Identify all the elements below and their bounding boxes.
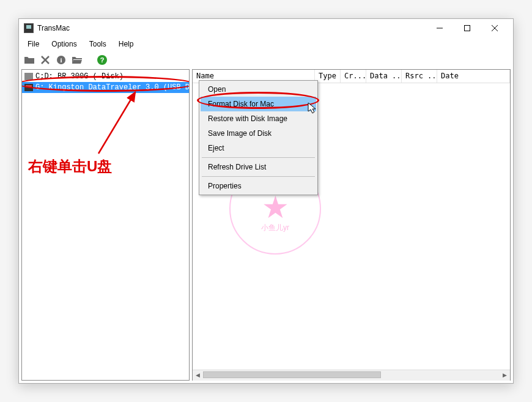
ctx-properties[interactable]: Properties: [201, 179, 316, 193]
separator: [202, 176, 315, 177]
minimize-button[interactable]: [426, 20, 453, 37]
col-type[interactable]: Type: [315, 70, 341, 83]
horizontal-scrollbar[interactable]: ◀ ▶: [193, 370, 510, 380]
scroll-thumb[interactable]: [203, 371, 381, 378]
window-title: TransMac: [37, 24, 70, 32]
drive-tree[interactable]: C;D: BR 300G (-Disk) G: Kingston DataTra…: [21, 69, 190, 381]
open-folder-icon[interactable]: [72, 54, 83, 65]
svg-rect-1: [464, 26, 470, 31]
context-menu: Open Format Disk for Mac Restore with Di…: [199, 80, 318, 195]
menubar: File Options Tools Help: [19, 37, 513, 51]
col-date[interactable]: Date: [437, 70, 510, 83]
ctx-format-disk-for-mac[interactable]: Format Disk for Mac: [201, 97, 316, 111]
scroll-right-icon[interactable]: ▶: [500, 370, 510, 381]
ctx-open[interactable]: Open: [201, 82, 316, 97]
app-icon: [24, 23, 34, 33]
tree-label: C;D: BR 300G (-Disk): [35, 72, 124, 81]
scroll-left-icon[interactable]: ◀: [193, 370, 203, 381]
menu-help[interactable]: Help: [114, 39, 139, 50]
menu-options[interactable]: Options: [46, 39, 81, 50]
help-icon[interactable]: ?: [97, 55, 107, 65]
app-window: TransMac File Options Tools Help i: [18, 18, 514, 384]
ctx-eject[interactable]: Eject: [201, 141, 316, 155]
window-controls: [426, 20, 508, 37]
col-rsrc[interactable]: Rsrc ...: [402, 70, 437, 83]
ctx-restore[interactable]: Restore with Disk Image: [201, 111, 316, 126]
separator: [202, 157, 315, 158]
ctx-refresh[interactable]: Refresh Drive List: [201, 160, 316, 174]
folder-icon[interactable]: [24, 54, 35, 65]
usb-disk-icon: [24, 84, 33, 91]
maximize-button[interactable]: [453, 20, 481, 37]
toolbar: i ?: [19, 51, 513, 69]
col-data[interactable]: Data ...: [366, 70, 402, 83]
svg-text:i: i: [60, 56, 62, 64]
tree-item-disk[interactable]: C;D: BR 300G (-Disk): [22, 71, 189, 82]
menu-file[interactable]: File: [23, 39, 44, 50]
col-cr[interactable]: Cr...: [341, 70, 366, 83]
delete-icon[interactable]: [40, 54, 51, 65]
tree-label: G: Kingston DataTraveler 3.0 (USB-Disk): [35, 83, 190, 92]
star-icon: ★: [262, 192, 289, 223]
info-icon[interactable]: i: [56, 54, 67, 65]
scroll-track[interactable]: [203, 370, 500, 381]
close-button[interactable]: [481, 20, 508, 37]
tree-item-usb[interactable]: G: Kingston DataTraveler 3.0 (USB-Disk): [22, 82, 189, 93]
ctx-save-image[interactable]: Save Image of Disk: [201, 126, 316, 141]
menu-tools[interactable]: Tools: [84, 39, 111, 50]
titlebar: TransMac: [19, 19, 513, 37]
disk-icon: [24, 73, 33, 80]
watermark-bottom: 小鱼儿yr: [261, 223, 289, 233]
